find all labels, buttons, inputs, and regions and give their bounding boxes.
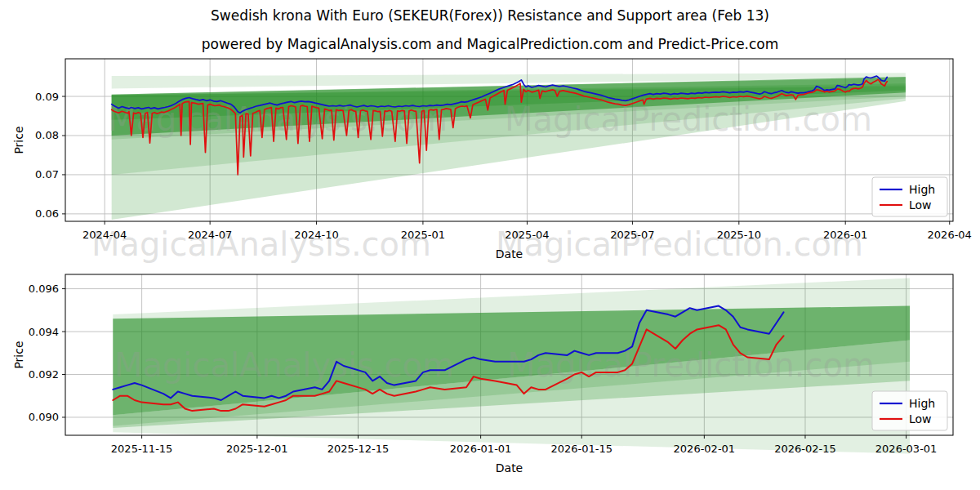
x-tick-label: 2025-12-15 [327,443,390,455]
y-tick-label: 0.09 [35,91,59,103]
watermark-text: MagicalPrediction.com [496,225,863,263]
y-tick-label: 0.094 [29,326,59,338]
legend: HighLow [872,391,947,430]
x-tick-label: 2026-02-01 [674,443,736,455]
legend-label-high: High [909,183,935,196]
figure: Swedish krona With Euro (SEKEUR(Forex)) … [0,0,980,490]
x-tick-label: 2026-01-01 [450,443,512,455]
y-tick-label: 0.06 [35,207,59,220]
y-tick-label: 0.096 [29,283,59,295]
x-tick-label: 2024-10 [294,229,338,241]
y-axis-label: Price [12,126,25,154]
legend-label-low: Low [909,198,932,212]
watermark-text: MagicalAnalysis.com [114,346,454,384]
legend-label-high: High [909,397,935,410]
y-tick-label: 0.07 [35,168,59,180]
y-tick-label: 0.08 [35,129,59,141]
x-tick-label: 2025-07 [610,229,654,241]
watermark-text: MagicalAnalysis.com [91,225,431,263]
y-tick-label: 0.090 [29,411,59,423]
y-tick-label: 0.092 [29,368,59,381]
x-tick-label: 2025-11-15 [111,443,173,455]
x-tick-label: 2024-04 [82,229,127,241]
x-tick-label: 2026-03-01 [875,443,938,455]
x-axis-label: Date [496,461,523,474]
x-tick-label: 2024-07 [188,229,232,241]
x-tick-label: 2026-01-15 [550,443,612,455]
y-axis-label: Price [12,341,25,368]
x-tick-label: 2026-04 [928,229,972,241]
x-axis-label: Date [496,247,523,261]
x-tick-label: 2025-10 [717,229,761,241]
legend: HighLow [872,177,947,216]
x-tick-label: 2026-01 [823,229,867,241]
x-tick-label: 2025-04 [505,229,549,241]
x-tick-label: 2025-01 [401,229,445,241]
x-tick-label: 2026-02-15 [774,443,836,455]
watermark-text: MagicalPrediction.com [507,346,875,384]
plot-canvas: MagicalAnalysis.comMagicalPrediction.com… [0,0,980,490]
x-tick-label: 2025-12-01 [226,443,288,455]
watermark-text: MagicalPrediction.com [505,100,872,138]
legend-label-low: Low [909,412,932,425]
